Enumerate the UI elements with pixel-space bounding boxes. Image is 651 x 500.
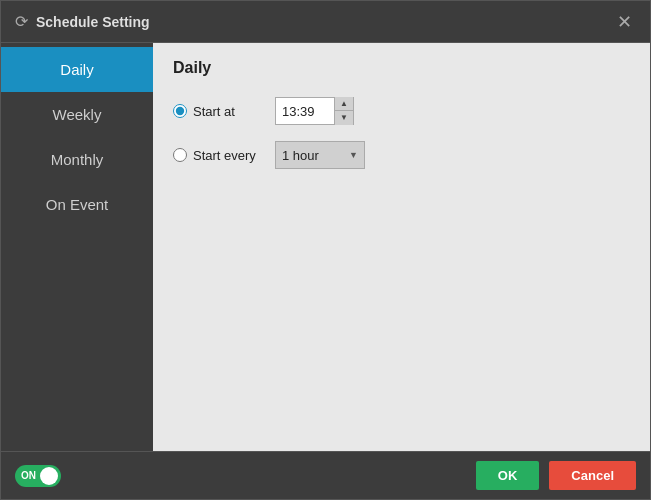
spin-down-button[interactable]: ▼ (335, 111, 353, 125)
start-every-row: Start every 1 hour ▼ (173, 141, 630, 169)
sidebar-item-on-event[interactable]: On Event (1, 182, 153, 227)
toggle-label: ON (21, 470, 36, 481)
start-every-radio[interactable] (173, 148, 187, 162)
spinner-buttons: ▲ ▼ (334, 97, 353, 125)
toggle-wrapper[interactable]: ON (15, 465, 61, 487)
start-every-text: Start every (193, 148, 256, 163)
time-input[interactable] (276, 98, 334, 124)
button-group: OK Cancel (476, 461, 636, 490)
start-every-label[interactable]: Start every (173, 148, 263, 163)
content-title: Daily (173, 59, 630, 77)
sidebar-item-weekly[interactable]: Weekly (1, 92, 153, 137)
cancel-button[interactable]: Cancel (549, 461, 636, 490)
content-area: Daily Start at ▲ ▼ (153, 43, 650, 451)
title-bar: ⟳ Schedule Setting ✕ (1, 1, 650, 43)
toggle-knob (40, 467, 58, 485)
start-at-radio[interactable] (173, 104, 187, 118)
dialog-title: Schedule Setting (36, 14, 150, 30)
hour-dropdown[interactable]: 1 hour ▼ (275, 141, 365, 169)
start-at-text: Start at (193, 104, 235, 119)
title-bar-left: ⟳ Schedule Setting (15, 12, 150, 31)
on-off-toggle[interactable]: ON (15, 465, 61, 487)
ok-button[interactable]: OK (476, 461, 540, 490)
hour-value: 1 hour (282, 148, 319, 163)
sidebar-item-monthly[interactable]: Monthly (1, 137, 153, 182)
close-button[interactable]: ✕ (613, 11, 636, 33)
time-input-wrapper: ▲ ▼ (275, 97, 354, 125)
main-area: Daily Weekly Monthly On Event Daily Star… (1, 43, 650, 451)
start-at-label[interactable]: Start at (173, 104, 263, 119)
start-at-row: Start at ▲ ▼ (173, 97, 630, 125)
sidebar: Daily Weekly Monthly On Event (1, 43, 153, 451)
spin-up-button[interactable]: ▲ (335, 97, 353, 111)
bottom-bar: ON OK Cancel (1, 451, 650, 499)
schedule-setting-dialog: ⟳ Schedule Setting ✕ Daily Weekly Monthl… (0, 0, 651, 500)
dropdown-arrow-icon: ▼ (349, 150, 358, 160)
schedule-icon: ⟳ (15, 12, 28, 31)
sidebar-item-daily[interactable]: Daily (1, 47, 153, 92)
